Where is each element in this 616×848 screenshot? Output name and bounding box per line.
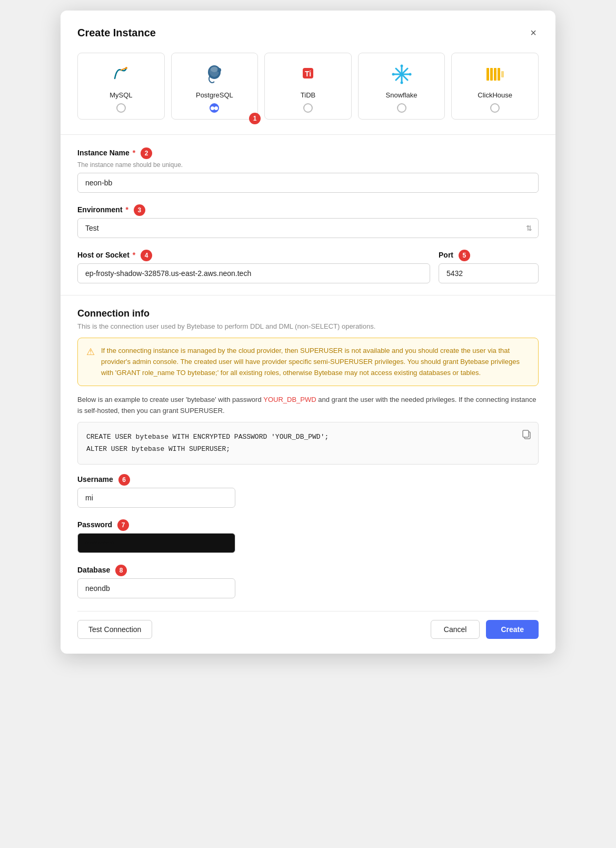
divider-1 — [61, 134, 555, 135]
port-label: Port 5 — [439, 250, 539, 261]
db-card-postgresql[interactable]: PostgreSQL 1 — [171, 53, 259, 120]
username-label: Username 6 — [77, 474, 235, 486]
code-line-2: ALTER USER bytebase WITH SUPERUSER; — [86, 443, 530, 455]
tidb-label: TiDB — [301, 91, 315, 99]
warning-box: ⚠ If the connecting instance is managed … — [77, 338, 539, 386]
code-box: CREATE USER bytebase WITH ENCRYPTED PASS… — [77, 422, 539, 465]
instance-name-required: * — [133, 149, 135, 157]
step-badge-8: 8 — [115, 565, 127, 576]
example-text: Below is an example to create user 'byte… — [77, 395, 539, 417]
clickhouse-radio[interactable] — [490, 103, 500, 113]
mysql-radio[interactable] — [116, 103, 126, 113]
host-field: Host or Socket * 4 — [77, 250, 430, 283]
svg-rect-19 — [501, 71, 504, 77]
copy-button[interactable] — [521, 429, 532, 442]
footer-row: Test Connection Cancel Create — [77, 611, 539, 639]
mysql-label: MySQL — [110, 91, 132, 99]
host-label: Host or Socket * 4 — [77, 250, 430, 261]
snowflake-radio[interactable] — [397, 103, 406, 113]
host-port-row: Host or Socket * 4 Port 5 — [77, 250, 539, 283]
divider-2 — [61, 295, 555, 295]
database-input[interactable] — [77, 578, 235, 598]
step-badge-6: 6 — [118, 474, 130, 486]
svg-point-4 — [211, 67, 218, 72]
modal-title: Create Instance — [77, 27, 156, 39]
svg-point-0 — [125, 67, 127, 69]
port-field: Port 5 — [439, 250, 539, 283]
postgresql-radio[interactable] — [210, 103, 219, 113]
clickhouse-icon — [482, 62, 508, 87]
tidb-radio[interactable] — [303, 103, 313, 113]
svg-point-12 — [400, 82, 403, 84]
instance-name-section: Instance Name * 2 The instance name shou… — [77, 147, 539, 193]
snowflake-label: Snowflake — [386, 91, 418, 99]
postgresql-icon — [202, 62, 227, 87]
step-badge-2: 2 — [141, 147, 152, 159]
environment-required: * — [125, 205, 128, 214]
copy-icon — [521, 429, 532, 439]
svg-text:Ti: Ti — [305, 70, 311, 78]
svg-rect-17 — [494, 68, 496, 81]
password-section: Password 7 — [77, 519, 235, 553]
step-badge-5: 5 — [459, 250, 470, 261]
db-card-clickhouse[interactable]: ClickHouse — [451, 53, 539, 120]
connection-info-title: Connection info — [77, 308, 539, 319]
footer-actions: Cancel Create — [431, 620, 539, 639]
test-connection-button[interactable]: Test Connection — [77, 620, 152, 639]
db-card-snowflake[interactable]: Snowflake — [358, 53, 445, 120]
step-badge-7: 7 — [117, 519, 129, 531]
svg-rect-15 — [486, 68, 489, 81]
step-badge-1: 1 — [249, 113, 261, 124]
instance-name-hint: The instance name should be unique. — [77, 161, 539, 169]
close-button[interactable]: × — [528, 25, 539, 40]
cancel-button[interactable]: Cancel — [431, 620, 480, 639]
step-badge-3: 3 — [134, 204, 145, 216]
clickhouse-label: ClickHouse — [478, 91, 512, 99]
db-type-selector: MySQL PostgreSQL 1 — [77, 53, 539, 120]
database-label: Database 8 — [77, 565, 235, 576]
instance-name-input[interactable] — [77, 173, 539, 193]
create-button[interactable]: Create — [486, 620, 539, 639]
mysql-icon — [108, 62, 134, 87]
code-line-1: CREATE USER bytebase WITH ENCRYPTED PASS… — [86, 431, 530, 443]
create-instance-modal: Create Instance × MySQL — [61, 11, 555, 654]
host-input[interactable] — [77, 263, 430, 283]
instance-name-label: Instance Name * 2 — [77, 147, 539, 159]
host-port-section: Host or Socket * 4 Port 5 — [77, 250, 539, 283]
tidb-icon: Ti — [295, 62, 321, 87]
environment-select-wrap: Test Production ⇅ — [77, 218, 539, 238]
snowflake-icon — [389, 62, 414, 87]
connection-info-section: Connection info This is the connection u… — [77, 308, 539, 598]
step-badge-4: 4 — [141, 250, 152, 261]
modal-header: Create Instance × — [77, 25, 539, 40]
environment-section: Environment * 3 Test Production ⇅ — [77, 204, 539, 238]
database-section: Database 8 — [77, 565, 235, 598]
port-input[interactable] — [439, 263, 539, 283]
db-card-mysql[interactable]: MySQL — [77, 53, 165, 120]
postgresql-label: PostgreSQL — [196, 91, 233, 99]
environment-label: Environment * 3 — [77, 204, 539, 216]
svg-point-13 — [392, 73, 394, 76]
connection-info-desc: This is the connection user used by Byte… — [77, 322, 539, 330]
svg-rect-18 — [498, 68, 500, 81]
svg-rect-21 — [523, 430, 529, 437]
environment-select[interactable]: Test Production — [77, 218, 539, 238]
db-card-tidb[interactable]: Ti TiDB — [264, 53, 352, 120]
svg-point-11 — [400, 65, 403, 67]
password-input[interactable] — [77, 533, 235, 553]
svg-rect-16 — [490, 68, 493, 81]
warning-icon: ⚠ — [86, 346, 95, 378]
warning-text: If the connecting instance is managed by… — [101, 346, 530, 378]
username-input[interactable] — [77, 488, 235, 508]
svg-point-14 — [409, 73, 411, 76]
username-section: Username 6 — [77, 474, 235, 508]
password-label: Password 7 — [77, 519, 235, 531]
